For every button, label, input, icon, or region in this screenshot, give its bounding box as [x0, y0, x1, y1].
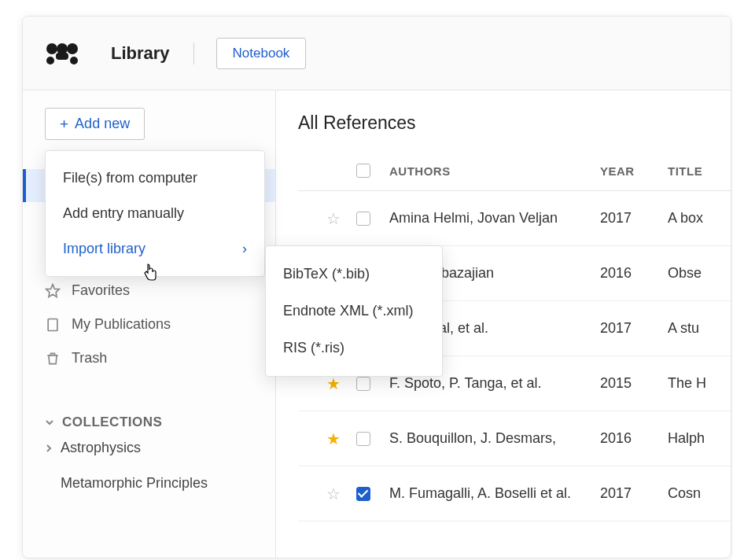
star-icon[interactable]: ☆: [326, 210, 341, 227]
col-title[interactable]: TITLE: [668, 164, 731, 178]
col-authors[interactable]: AUTHORS: [389, 164, 600, 178]
mendeley-logo-icon: [45, 42, 79, 65]
caret-down-icon: [45, 418, 54, 427]
cell-authors: M. Fumagalli, A. Boselli et al.: [389, 485, 600, 502]
svg-rect-5: [56, 53, 68, 60]
row-checkbox[interactable]: [356, 487, 370, 501]
svg-rect-7: [48, 319, 57, 330]
sidebar-item-label: Favorites: [72, 282, 130, 299]
page-title: All References: [298, 112, 731, 134]
row-checkbox[interactable]: [356, 377, 370, 391]
select-all-checkbox[interactable]: [356, 164, 370, 178]
collections-label: COLLECTIONS: [62, 414, 162, 430]
cell-year: 2015: [600, 375, 668, 392]
topbar-divider: [193, 42, 194, 64]
collections-header[interactable]: COLLECTIONS: [23, 414, 275, 430]
collection-astrophysics[interactable]: Astrophysics: [23, 430, 275, 466]
document-icon: [45, 317, 61, 333]
menu-import-library[interactable]: Import library ›: [46, 231, 264, 267]
svg-point-4: [70, 57, 78, 64]
cell-authors: F. Spoto, P. Tanga, et al.: [389, 375, 600, 392]
cell-year: 2017: [600, 485, 668, 502]
sidebar-item-publications[interactable]: My Publications: [45, 308, 253, 341]
cell-title: Obse: [668, 265, 731, 282]
row-checkbox[interactable]: [356, 432, 370, 446]
svg-point-1: [57, 43, 68, 54]
table-header: AUTHORS YEAR TITLE: [298, 164, 731, 191]
svg-point-2: [67, 43, 78, 54]
plus-icon: +: [60, 116, 68, 131]
svg-point-0: [46, 43, 57, 54]
star-icon[interactable]: ★: [326, 430, 341, 448]
cell-title: Halph: [668, 430, 731, 447]
caret-right-icon: [45, 444, 53, 452]
add-new-menu: File(s) from computer Add entry manually…: [45, 150, 265, 277]
import-endnote[interactable]: Endnote XML (*.xml): [266, 293, 442, 330]
import-bibtex[interactable]: BibTeX (*.bib): [266, 256, 442, 293]
chevron-right-icon: ›: [242, 241, 247, 257]
star-icon[interactable]: ★: [326, 375, 341, 392]
cell-title: The H: [668, 375, 731, 392]
cell-title: A box: [668, 210, 731, 227]
table-row[interactable]: ☆Amina Helmi, Jovan Veljan2017A box: [298, 191, 731, 246]
cell-authors: Amina Helmi, Jovan Veljan: [389, 210, 600, 227]
table-row[interactable]: ★S. Bouquillon, J. Desmars,2016Halph: [298, 411, 731, 466]
collection-metamorphic[interactable]: Metamorphic Principles: [23, 466, 275, 501]
cell-year: 2016: [600, 265, 668, 282]
svg-point-3: [46, 57, 54, 64]
import-submenu: BibTeX (*.bib) Endnote XML (*.xml) RIS (…: [265, 245, 443, 377]
star-icon: [45, 283, 61, 299]
collection-label: Metamorphic Principles: [61, 475, 208, 492]
col-year[interactable]: YEAR: [600, 164, 668, 178]
sidebar-item-favorites[interactable]: Favorites: [45, 274, 253, 308]
cell-authors: S. Bouquillon, J. Desmars,: [389, 430, 600, 447]
table-row[interactable]: ☆M. Fumagalli, A. Boselli et al.2017Cosn: [298, 466, 731, 521]
library-title: Library: [111, 43, 170, 64]
star-icon[interactable]: ☆: [326, 485, 341, 503]
row-checkbox[interactable]: [356, 212, 370, 226]
menu-import-label: Import library: [63, 241, 145, 257]
menu-files-from-computer[interactable]: File(s) from computer: [46, 160, 264, 196]
sidebar-item-trash[interactable]: Trash: [45, 341, 253, 375]
trash-icon: [45, 351, 61, 367]
add-new-label: Add new: [75, 116, 130, 132]
collection-label: Astrophysics: [61, 440, 141, 456]
cell-year: 2017: [600, 320, 668, 337]
cell-title: A stu: [668, 320, 731, 337]
import-ris[interactable]: RIS (*.ris): [266, 330, 442, 367]
sidebar-item-label: Trash: [72, 350, 107, 367]
sidebar-item-label: My Publications: [72, 316, 171, 333]
menu-add-manually[interactable]: Add entry manually: [46, 196, 264, 231]
add-new-button[interactable]: + Add new: [45, 108, 145, 140]
cell-year: 2016: [600, 430, 668, 447]
svg-marker-6: [46, 284, 60, 297]
cell-year: 2017: [600, 210, 668, 227]
cell-title: Cosn: [668, 485, 731, 502]
notebook-button[interactable]: Notebook: [216, 38, 307, 69]
